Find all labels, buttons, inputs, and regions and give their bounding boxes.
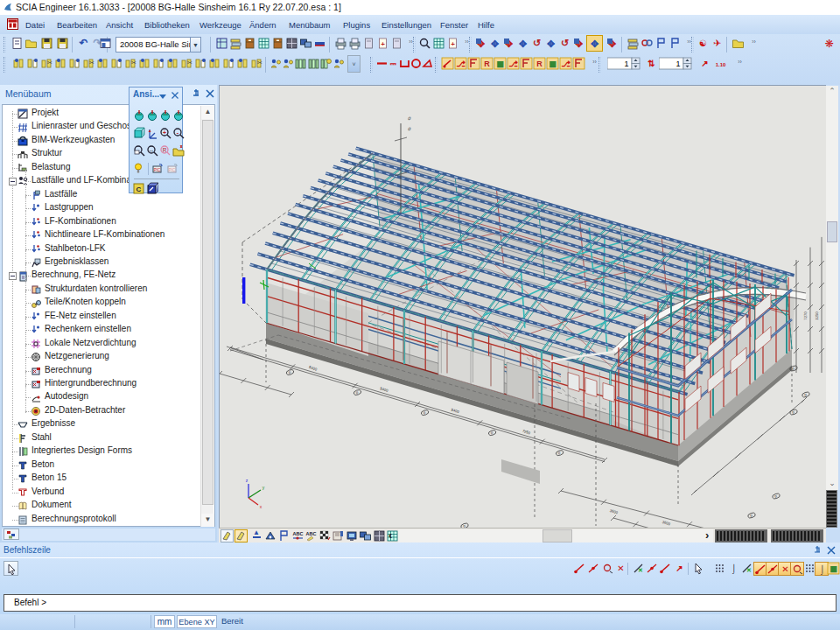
svg-text:✕: ✕ [746, 567, 752, 573]
svg-text:↶: ↶ [78, 37, 88, 49]
svg-text:✕: ✕ [617, 564, 624, 573]
svg-text:⎇: ⎇ [508, 60, 518, 68]
svg-text:y: y [262, 485, 265, 490]
svg-text:1250: 1250 [815, 312, 819, 320]
svg-text:R: R [536, 60, 542, 68]
svg-text:✥: ✥ [591, 38, 598, 49]
svg-text:❋: ❋ [824, 38, 833, 50]
svg-text:››: ›› [592, 59, 597, 65]
svg-text:+: + [163, 130, 166, 136]
svg-text:▲: ▲ [253, 529, 260, 536]
svg-text:⇅: ⇅ [648, 59, 654, 68]
svg-text:0: 0 [407, 116, 412, 122]
svg-text:››: ›› [738, 59, 742, 65]
svg-text:5400: 5400 [308, 365, 318, 372]
svg-text:ABC: ABC [292, 531, 303, 536]
svg-text:5400: 5400 [380, 386, 389, 393]
svg-text:⎓: ⎓ [389, 60, 396, 68]
svg-text:✕: ✕ [638, 567, 643, 573]
svg-text:▦: ▦ [496, 60, 504, 68]
svg-text:✂: ✂ [257, 60, 262, 66]
svg-text:C: C [136, 186, 142, 193]
svg-text:x: x [260, 504, 262, 509]
svg-text:⎇: ⎇ [561, 60, 570, 68]
svg-text:✥: ✥ [519, 38, 527, 49]
svg-text:R: R [163, 147, 167, 153]
svg-text:z: z [246, 478, 248, 483]
svg-text:3600: 3600 [609, 508, 619, 515]
svg-text:7250: 7250 [522, 429, 531, 436]
svg-text:1: 1 [624, 60, 628, 68]
svg-text:↺: ↺ [533, 38, 541, 48]
svg-text:↗: ↗ [676, 564, 682, 573]
svg-text:✕: ✕ [781, 564, 788, 574]
svg-text:+: + [451, 40, 455, 48]
svg-text:-: - [177, 130, 179, 136]
svg-text:✥: ✥ [547, 38, 555, 49]
svg-text:0: 0 [407, 126, 412, 132]
svg-text:3600: 3600 [662, 520, 671, 527]
svg-text:✂: ✂ [131, 60, 136, 66]
svg-text:+: + [381, 40, 385, 48]
svg-text:✂: ✂ [187, 60, 192, 66]
svg-text:ABC: ABC [306, 531, 317, 536]
svg-text:▦: ▦ [549, 60, 556, 68]
svg-text:☯: ☯ [699, 38, 707, 48]
svg-text:▦: ▦ [830, 564, 837, 573]
svg-text:↔: ↔ [149, 147, 155, 153]
svg-text:✥: ✥ [491, 38, 499, 49]
svg-text:PIC: PIC [154, 168, 161, 172]
svg-text:⎇: ⎇ [456, 60, 466, 68]
svg-text:››: ›› [752, 38, 756, 45]
svg-text:✂: ✂ [47, 60, 52, 66]
svg-text:↺: ↺ [561, 38, 569, 48]
svg-text:⌡: ⌡ [819, 564, 824, 575]
svg-text:5400: 5400 [451, 408, 460, 415]
svg-text:1.10: 1.10 [716, 62, 726, 67]
svg-text:⌡: ⌡ [731, 564, 736, 574]
svg-text:7270: 7270 [803, 312, 808, 320]
svg-text:PIC: PIC [168, 168, 175, 172]
svg-text:R: R [484, 60, 490, 68]
svg-text:✈: ✈ [713, 38, 721, 48]
svg-text:1: 1 [676, 60, 680, 68]
svg-text:✂: ✂ [89, 60, 94, 66]
svg-text:↗: ↗ [701, 59, 708, 68]
